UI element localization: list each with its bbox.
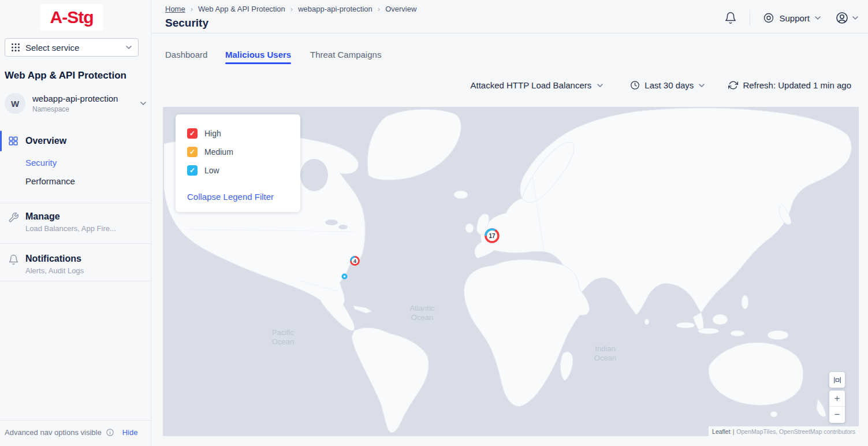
legend-label-high: High bbox=[204, 129, 221, 138]
leaflet-link[interactable]: Leaflet bbox=[712, 428, 731, 435]
sidebar-item-overview[interactable]: Overview bbox=[0, 131, 151, 151]
breadcrumb-separator: › bbox=[378, 5, 380, 13]
check-icon: ✓ bbox=[189, 129, 195, 137]
select-service-label: Select service bbox=[25, 43, 125, 53]
osm-credit[interactable]: OpenStreetMap contributors bbox=[779, 428, 855, 435]
breadcrumb-separator: › bbox=[191, 5, 193, 13]
load-balancer-filter-label: Attacked HTTP Load Balancers bbox=[470, 80, 591, 90]
legend-label-medium: Medium bbox=[204, 147, 233, 157]
sidebar-divider bbox=[0, 203, 151, 203]
legend-item-low[interactable]: ✓ Low bbox=[187, 165, 219, 176]
world-map[interactable]: ✓ High ✓ Medium ✓ Low Collapse Legend Fi… bbox=[163, 107, 859, 436]
chevron-down-icon bbox=[140, 100, 147, 107]
header-separator bbox=[151, 33, 868, 34]
sidebar-item-overview-label: Overview bbox=[25, 136, 66, 146]
breadcrumb-overview[interactable]: Overview bbox=[385, 5, 416, 13]
chevron-down-icon bbox=[597, 82, 603, 89]
brand-logo-text: A-Stg bbox=[50, 8, 94, 27]
active-tab-underline bbox=[225, 62, 291, 64]
sidebar-item-notifications[interactable]: Notifications Alerts, Audit Logs bbox=[8, 254, 143, 275]
fit-bounds-button[interactable] bbox=[829, 372, 845, 388]
breadcrumb-waap[interactable]: Web App & API Protection bbox=[198, 5, 285, 13]
page-title: Security bbox=[165, 17, 208, 29]
legend-filter-card: ✓ High ✓ Medium ✓ Low Collapse Legend Fi… bbox=[176, 114, 300, 212]
sidebar-item-manage[interactable]: Manage Load Balancers, App Fire... bbox=[8, 211, 143, 233]
collapse-legend-filter-link[interactable]: Collapse Legend Filter bbox=[187, 192, 274, 202]
sidebar-item-manage-subtitle: Load Balancers, App Fire... bbox=[25, 224, 143, 233]
zoom-control: + − bbox=[829, 391, 845, 423]
sidebar-item-performance[interactable]: Performance bbox=[25, 176, 75, 186]
load-balancer-filter-dropdown[interactable]: Attacked HTTP Load Balancers bbox=[470, 80, 603, 90]
zoom-out-button[interactable]: − bbox=[829, 407, 845, 423]
sidebar-divider bbox=[0, 243, 151, 244]
breadcrumb-separator: › bbox=[290, 5, 293, 13]
overview-grid-icon bbox=[8, 136, 18, 146]
map-attribution: Leaflet | OpenMapTiles, OpenStreetMap co… bbox=[709, 426, 859, 436]
refresh-icon bbox=[728, 80, 738, 90]
wrench-icon bbox=[8, 212, 19, 223]
refresh-label: Refresh: Updated 1 min ago bbox=[743, 80, 851, 90]
check-icon: ✓ bbox=[189, 166, 195, 174]
tab-threat-campaigns[interactable]: Threat Campaigns bbox=[310, 50, 381, 60]
sidebar-item-notifications-label: Notifications bbox=[25, 254, 143, 264]
ocean-label-pacific: PacificOcean bbox=[260, 328, 306, 347]
legend-item-medium[interactable]: ✓ Medium bbox=[187, 147, 233, 157]
header-divider bbox=[750, 10, 750, 26]
sidebar-footer-divider bbox=[0, 420, 151, 421]
marker-cluster-us[interactable]: 4 bbox=[349, 255, 360, 266]
ocean-label-atlantic: AtlanticOcean bbox=[399, 304, 445, 323]
fit-bounds-icon bbox=[833, 376, 842, 385]
breadcrumb: Home › Web App & API Protection › webapp… bbox=[165, 5, 416, 13]
apps-grid-icon bbox=[11, 43, 20, 52]
marker-point-low[interactable] bbox=[341, 273, 348, 280]
checkbox-medium[interactable]: ✓ bbox=[187, 147, 198, 157]
sidebar-item-security[interactable]: Security bbox=[25, 158, 57, 168]
active-nav-indicator bbox=[0, 131, 2, 151]
ocean-label-indian: IndianOcean bbox=[582, 344, 628, 363]
namespace-type-label: Namespace bbox=[32, 105, 140, 113]
openmaptiles-credit[interactable]: OpenMapTiles, bbox=[736, 428, 779, 435]
sidebar-divider bbox=[0, 281, 151, 281]
support-label: Support bbox=[779, 13, 810, 23]
checkbox-low[interactable]: ✓ bbox=[187, 165, 198, 176]
legend-item-high[interactable]: ✓ High bbox=[187, 128, 221, 139]
time-range-label: Last 30 days bbox=[645, 80, 694, 90]
marker-cluster-europe[interactable]: 17 bbox=[483, 227, 501, 244]
sidebar: A-Stg Select service Web App & API Prote… bbox=[0, 0, 151, 446]
namespace-selector[interactable]: W webapp-api-protection Namespace bbox=[5, 90, 147, 117]
support-menu[interactable]: Support bbox=[763, 12, 821, 24]
sidebar-item-notifications-subtitle: Alerts, Audit Logs bbox=[25, 266, 143, 275]
tab-dashboard[interactable]: Dashboard bbox=[165, 50, 207, 60]
zoom-in-button[interactable]: + bbox=[829, 391, 845, 407]
chevron-down-icon bbox=[814, 14, 821, 21]
hide-advanced-nav-button[interactable]: Hide bbox=[122, 428, 138, 437]
info-icon[interactable] bbox=[106, 428, 114, 437]
bell-icon bbox=[8, 254, 19, 265]
refresh-button[interactable]: Refresh: Updated 1 min ago bbox=[728, 80, 851, 90]
notifications-bell-icon[interactable] bbox=[724, 12, 737, 24]
select-service-dropdown[interactable]: Select service bbox=[5, 38, 139, 57]
time-range-dropdown[interactable]: Last 30 days bbox=[630, 80, 705, 90]
namespace-name: webapp-api-protection bbox=[32, 94, 140, 103]
legend-label-low: Low bbox=[204, 166, 219, 175]
breadcrumb-namespace[interactable]: webapp-api-protection bbox=[298, 5, 372, 13]
marker-count: 4 bbox=[353, 258, 356, 264]
chevron-down-icon bbox=[125, 44, 132, 51]
brand-logo[interactable]: A-Stg bbox=[40, 4, 103, 31]
namespace-avatar: W bbox=[5, 93, 25, 114]
advanced-nav-note: Advanced nav options visible bbox=[5, 428, 102, 437]
account-menu[interactable] bbox=[835, 11, 859, 25]
chevron-down-icon bbox=[698, 82, 705, 89]
check-icon: ✓ bbox=[189, 148, 195, 156]
clock-icon bbox=[630, 80, 640, 90]
marker-count: 17 bbox=[489, 233, 496, 239]
tab-malicious-users[interactable]: Malicious Users bbox=[225, 50, 291, 60]
chevron-down-icon bbox=[852, 14, 859, 21]
sidebar-item-manage-label: Manage bbox=[25, 211, 143, 222]
user-avatar-icon bbox=[835, 11, 849, 25]
life-ring-icon bbox=[763, 12, 774, 24]
breadcrumb-home[interactable]: Home bbox=[165, 5, 185, 13]
checkbox-high[interactable]: ✓ bbox=[187, 128, 198, 139]
product-title: Web App & API Protection bbox=[5, 70, 126, 81]
